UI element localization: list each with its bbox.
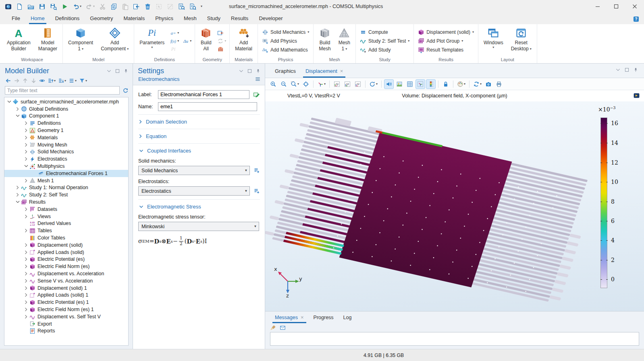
zoom-out-button[interactable]	[279, 79, 289, 89]
new-file-button[interactable]	[15, 2, 24, 11]
run-button[interactable]	[60, 2, 69, 11]
mesh-tri-button[interactable]: Mesh1▾	[335, 25, 353, 52]
save-as-button[interactable]	[49, 2, 58, 11]
tree-node[interactable]: Mesh 1	[4, 177, 128, 184]
duplicate-button[interactable]	[132, 2, 141, 11]
chev-sm-icon[interactable]	[615, 67, 621, 72]
refresh-icon[interactable]	[123, 87, 129, 93]
settings-menu-icon[interactable]	[255, 76, 261, 82]
tab-progress[interactable]: Progress	[309, 313, 339, 323]
nav-back-button[interactable]	[5, 77, 12, 84]
tree-node[interactable]: Applied Loads (solid)	[4, 249, 128, 256]
expand-icon[interactable]	[24, 257, 29, 261]
nav-forward-button[interactable]	[13, 77, 20, 84]
default-view-button[interactable]: ▾	[316, 79, 327, 89]
tree-node[interactable]: Views	[4, 213, 128, 220]
add-plot-group-button[interactable]: Add Plot Group▾	[416, 37, 476, 45]
fx-button[interactable]: f(x)▾	[169, 37, 180, 45]
filter-button[interactable]: ▾	[79, 77, 87, 84]
tree-options-button[interactable]: ▾	[68, 77, 77, 84]
tree-node[interactable]: Materials	[4, 134, 128, 141]
study-wave-button[interactable]: Study 2: Self Test▾	[358, 37, 411, 45]
redo-button[interactable]: ▾	[85, 2, 96, 11]
tree-node[interactable]: Study 1: Normal Operation	[4, 184, 128, 192]
expand-tree-button[interactable]: ▾	[47, 77, 56, 84]
menu-tab-results[interactable]: Results	[226, 14, 253, 24]
pi-gray-button[interactable]: Pi	[169, 45, 180, 53]
tree-node[interactable]: Electric Potential (es) 1	[4, 299, 128, 306]
pin-sm-icon[interactable]	[123, 68, 129, 74]
zoom-box-button[interactable]: ▾	[289, 79, 300, 89]
tree-node[interactable]: Results	[4, 198, 128, 206]
reset-desktop-button[interactable]: ResetDesktop▾	[508, 25, 535, 52]
tree-node[interactable]: Displacement (solid) 1	[4, 285, 128, 292]
add-mathematics-button[interactable]: ΔuAdd Mathematics	[260, 45, 311, 54]
section-electromagnetic-stress[interactable]: Electromagnetic Stress	[138, 199, 260, 214]
expand-icon[interactable]	[24, 215, 29, 219]
expand-icon[interactable]	[24, 279, 29, 283]
compute-button[interactable]: Compute	[358, 28, 411, 37]
environment-button[interactable]	[395, 79, 404, 89]
close-button[interactable]	[625, 0, 644, 13]
collapse-icon[interactable]	[15, 114, 20, 118]
add-interface-icon[interactable]	[253, 188, 260, 194]
add-interface-icon[interactable]	[253, 167, 260, 174]
tree-node[interactable]: 8.85e-12Derived Values	[4, 220, 128, 227]
expand-icon[interactable]	[24, 229, 29, 233]
tree-node[interactable]: Displacement vs. Acceleration	[4, 270, 128, 277]
minimize-button[interactable]	[588, 0, 607, 13]
float-sm-icon[interactable]	[115, 68, 120, 74]
tree-node[interactable]: Tables	[4, 227, 128, 234]
tree-node[interactable]: Component 1	[4, 113, 128, 120]
expand-icon[interactable]	[24, 128, 29, 132]
tree-node[interactable]: Study 2: Self Test	[4, 191, 128, 198]
expand-icon[interactable]	[24, 136, 29, 140]
menu-tab-study[interactable]: Study	[202, 14, 226, 24]
expand-icon[interactable]	[24, 207, 29, 211]
expand-icon[interactable]	[24, 179, 29, 183]
rename-icon[interactable]	[253, 91, 260, 98]
label-field[interactable]	[158, 90, 249, 99]
solid-mechanics-select[interactable]: Solid Mechanics ▼	[138, 166, 250, 175]
windows-button[interactable]: Windows▾	[480, 25, 507, 49]
stress-tensor-select[interactable]: Minkowski ▼	[138, 222, 259, 231]
expand-icon[interactable]	[24, 264, 29, 268]
help-icon[interactable]: ?	[633, 16, 639, 22]
expand-icon[interactable]	[15, 107, 20, 111]
tree-node[interactable]: Electric Field Norm (es) 1	[4, 306, 128, 313]
cut-button[interactable]	[98, 2, 107, 11]
section-equation[interactable]: Equation	[138, 129, 260, 143]
plot-cube-button[interactable]: Displacement (solid)▾	[416, 28, 476, 37]
tree-node[interactable]: Moving Mesh	[4, 141, 128, 149]
parameters-button[interactable]: PiParameters▾	[136, 25, 168, 49]
tree-node[interactable]: Sense V vs. Acceleration	[4, 277, 128, 285]
add-study-button[interactable]: Add Study	[358, 45, 411, 54]
menu-tab-file[interactable]: File	[6, 14, 25, 24]
view-yz-button[interactable]: yz	[343, 79, 352, 89]
geom-partition-button[interactable]	[216, 45, 227, 53]
float-sm-icon[interactable]	[624, 67, 629, 72]
menu-tab-geometry[interactable]: Geometry	[85, 14, 118, 24]
tab-messages[interactable]: Messages×	[270, 313, 309, 323]
app-logo-button[interactable]	[4, 2, 12, 11]
expand-icon[interactable]	[24, 307, 29, 311]
chev-sm-icon[interactable]	[239, 68, 244, 74]
tree-node[interactable]: Solid Mechanics	[4, 149, 128, 156]
find-button[interactable]	[177, 2, 186, 11]
expand-icon[interactable]	[24, 143, 29, 147]
app-builder-button[interactable]: AApplicationBuilder	[4, 25, 34, 52]
tree-node[interactable]: Geometry 1	[4, 127, 128, 134]
tree-node[interactable]: Definitions	[4, 120, 128, 127]
tree-node[interactable]: Displacement vs. Self Test V	[4, 313, 128, 320]
clear-button[interactable]	[270, 325, 276, 331]
add-component-button[interactable]: AddComponent▾	[98, 25, 132, 52]
plot-image-icon[interactable]	[633, 92, 640, 99]
collapse-icon[interactable]	[15, 200, 20, 204]
close-tab-icon[interactable]: ×	[301, 314, 304, 320]
update-button[interactable]: ▾	[472, 79, 483, 89]
expand-icon[interactable]	[24, 121, 29, 125]
expand-icon[interactable]	[24, 300, 29, 304]
build-all-button[interactable]: BuildAll	[197, 25, 215, 52]
pin-sm-icon[interactable]	[633, 67, 638, 72]
select-box-button[interactable]	[155, 2, 163, 11]
